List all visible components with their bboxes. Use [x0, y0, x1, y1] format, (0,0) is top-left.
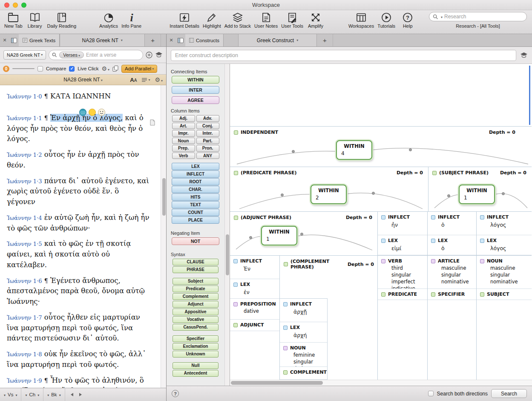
verse-ref[interactable]: Ἰωάννην 1·5 — [7, 241, 42, 247]
instant-details-button[interactable]: Instant Details — [168, 12, 201, 29]
palette-button-vocative[interactable]: Vocative — [173, 316, 219, 323]
verse-ref[interactable]: Ἰωάννην 1·7 — [7, 314, 42, 321]
verse-ref[interactable]: Ἰωάννην 1·6 — [7, 278, 42, 284]
smiley-icon[interactable] — [98, 109, 105, 116]
nav-verse[interactable]: Vs — [0, 388, 21, 401]
add-tab-button[interactable]: + — [145, 34, 161, 46]
palette-button-pron[interactable]: Pron. — [196, 145, 219, 152]
verse-ref[interactable]: Ἰωάννην 1·3 — [7, 178, 42, 185]
close-pane-icon[interactable]: ✕ — [167, 34, 176, 46]
connector-dot[interactable] — [372, 192, 375, 195]
search-button[interactable]: Search — [491, 389, 527, 398]
bookmark-page-icon[interactable] — [150, 119, 155, 126]
prev-chapter-icon[interactable] — [25, 392, 27, 397]
prev-verse-icon[interactable] — [4, 392, 6, 397]
connector-dot[interactable] — [447, 194, 450, 197]
palette-button-noun[interactable]: Noun — [172, 138, 195, 144]
palette-button-inter2[interactable]: Inter. — [196, 130, 219, 137]
palette-button-conj[interactable]: Conj. — [196, 123, 219, 130]
scrollbar-thumb[interactable] — [226, 234, 229, 275]
verse-ref[interactable]: Ἰωάννην 1·4 — [7, 215, 42, 221]
prev-book-icon[interactable] — [47, 392, 49, 397]
nav-book[interactable]: Bk — [43, 388, 65, 401]
search-both-directions-checkbox[interactable] — [428, 391, 434, 396]
palette-button-art[interactable]: Art. — [172, 123, 195, 130]
palette-button-lex[interactable]: LEX — [172, 163, 219, 170]
palette-button-subject[interactable]: Subject — [173, 278, 219, 285]
palette-button-not[interactable]: NOT — [172, 237, 219, 245]
library-button[interactable]: Library — [24, 12, 46, 29]
forward-arrow-icon[interactable] — [79, 392, 82, 397]
canvas-horizontal-scrollbar[interactable] — [230, 380, 532, 386]
palette-button-root[interactable]: ROOT — [172, 178, 219, 185]
palette-button-specifier[interactable]: Specifier — [173, 335, 219, 342]
connector-dot[interactable] — [300, 233, 303, 236]
palette-button-text[interactable]: TEXT — [172, 201, 219, 208]
palette-scrollbar[interactable] — [224, 64, 230, 386]
construct-description-input[interactable] — [171, 50, 516, 61]
palette-button-complement[interactable]: Complement — [173, 293, 219, 300]
palette-button-adv[interactable]: Adv. — [196, 115, 219, 122]
palette-button-hits[interactable]: HITS — [172, 193, 219, 201]
user-tools-button[interactable]: User Tools — [279, 12, 305, 29]
palette-button-unknown[interactable]: Unknown — [173, 351, 219, 358]
daily-reading-button[interactable]: Daily Reading — [46, 12, 78, 29]
palette-button-appositive[interactable]: Appositive — [173, 309, 219, 315]
scrollbar-thumb[interactable] — [231, 381, 323, 385]
palette-button-casuspend[interactable]: CasusPend. — [173, 324, 219, 331]
add-tab-button[interactable]: + — [317, 34, 333, 46]
tab-greek-construct[interactable]: Greek Construct — [238, 34, 317, 46]
text-globe-icon[interactable] — [79, 109, 86, 116]
palette-button-inter[interactable]: INTER — [172, 86, 219, 94]
verse-ref[interactable]: Ἰωάννην 1·0 — [7, 93, 42, 100]
search-scope-pill[interactable]: Verses — [59, 52, 84, 58]
connector-dot[interactable] — [502, 192, 505, 195]
help-toolbar-button[interactable]: ? Help — [397, 12, 418, 29]
sidebar-label-greek-texts[interactable]: Greek Texts — [19, 34, 60, 46]
palette-button-part[interactable]: Part. — [196, 138, 219, 144]
new-tab-button[interactable]: New Tab — [3, 12, 24, 29]
next-verse-icon[interactable] — [15, 392, 17, 397]
search-scope-chevron-icon[interactable] — [440, 14, 443, 20]
minimize-window-button[interactable] — [13, 3, 18, 8]
palette-button-antecedent[interactable]: Antecedent — [173, 370, 219, 377]
within-node-adjunct[interactable]: WITHIN 1 — [261, 226, 297, 245]
scrollbar-thumb[interactable] — [162, 178, 166, 216]
connector-dot[interactable] — [292, 150, 295, 153]
sidebar-toggle-icon[interactable] — [9, 34, 19, 46]
palette-button-char[interactable]: CHAR. — [172, 186, 219, 193]
pane-gear-icon[interactable]: ⚙ — [155, 77, 163, 83]
within-node-independent[interactable]: WITHIN 4 — [336, 140, 372, 160]
palette-button-exclamation[interactable]: Exclamation — [173, 343, 219, 350]
within-node-predicate[interactable]: WITHIN 2 — [311, 185, 347, 204]
connector-dot[interactable] — [281, 193, 284, 196]
verse-ref[interactable]: Ἰωάννην 1·9 — [7, 378, 42, 384]
add-circle-icon[interactable] — [146, 52, 152, 58]
palette-button-place[interactable]: PLACE — [172, 216, 219, 224]
palette-button-any[interactable]: ANY — [196, 153, 219, 159]
analytics-button[interactable]: Analytics — [98, 12, 120, 29]
palette-button-phrase[interactable]: PHRASE — [173, 266, 219, 273]
history-slider[interactable] — [12, 68, 35, 69]
module-select-button[interactable]: NA28 Greek NT — [3, 50, 46, 60]
add-to-stack-button[interactable]: Add to Stack — [223, 12, 253, 29]
research-search-field[interactable] — [429, 12, 527, 21]
compare-checkbox[interactable] — [37, 66, 43, 72]
sidebar-label-constructs[interactable]: Constructs — [185, 34, 224, 46]
tab-na28-greek-nt[interactable]: NA28 Greek NT — [60, 34, 145, 46]
help-button[interactable]: ? — [172, 390, 179, 397]
connector-dot[interactable] — [409, 148, 412, 151]
palette-button-within[interactable]: WITHIN — [172, 76, 219, 84]
next-chapter-icon[interactable] — [37, 392, 39, 397]
within-node-subject[interactable]: WITHIN 1 — [459, 185, 495, 204]
palette-button-agree[interactable]: AGREE — [172, 96, 219, 104]
palette-button-inflect[interactable]: INFLECT — [172, 170, 219, 178]
scholar-cap-icon[interactable] — [155, 52, 163, 58]
zoom-window-button[interactable] — [21, 3, 26, 8]
live-click-gear-icon[interactable]: ⚙ — [102, 66, 110, 72]
research-search-input[interactable] — [444, 14, 523, 20]
close-pane-icon[interactable]: ✕ — [0, 34, 9, 46]
add-parallel-button[interactable]: Add Parallel — [121, 65, 157, 73]
history-badge[interactable]: 0 — [3, 66, 9, 72]
close-window-button[interactable] — [4, 3, 9, 8]
